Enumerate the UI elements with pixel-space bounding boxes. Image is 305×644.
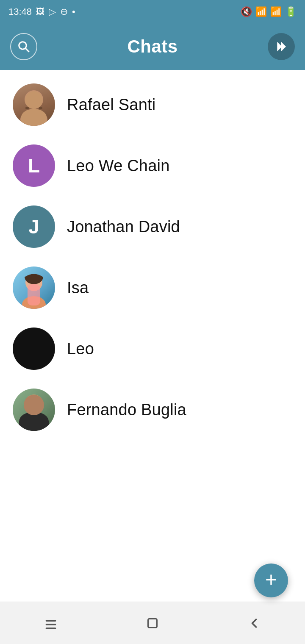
mute-icon: 🔇 [241, 6, 252, 17]
status-bar: 13:48 🖼 ▷ ⊖ • 🔇 📶 📶 🔋 [0, 0, 305, 23]
status-play-icon: ▷ [49, 6, 56, 17]
forward-button[interactable] [268, 33, 295, 60]
status-time: 13:48 [8, 6, 32, 17]
back-icon [247, 616, 262, 631]
avatar-leo-we-chain: L [13, 144, 55, 187]
chat-list: Rafael SantiLLeo We ChainJJonathan David… [0, 70, 305, 602]
svg-rect-15 [148, 619, 157, 627]
plus-icon: + [265, 569, 277, 590]
svg-point-11 [20, 417, 47, 431]
nav-bar [0, 602, 305, 644]
svg-rect-6 [25, 107, 29, 109]
wifi-icon: 📶 [255, 6, 267, 17]
avatar-rafael-santi [13, 83, 55, 126]
svg-point-0 [19, 42, 27, 50]
search-icon [17, 40, 30, 53]
chat-name-fernando-buglia: Fernando Buglia [67, 401, 186, 419]
page-title: Chats [127, 36, 177, 57]
status-image-icon: 🖼 [36, 7, 44, 17]
back-button[interactable] [234, 611, 274, 635]
status-right: 🔇 📶 📶 🔋 [241, 6, 297, 17]
search-button[interactable] [10, 33, 37, 60]
svg-line-1 [25, 48, 29, 52]
status-circle-icon: ⊖ [60, 6, 68, 17]
signal-icon: 📶 [270, 6, 282, 17]
fast-forward-icon [274, 40, 288, 53]
avatar-svg-isa [13, 266, 55, 309]
new-chat-button[interactable]: + [254, 564, 288, 597]
chat-name-rafael-santi: Rafael Santi [67, 96, 155, 114]
svg-marker-3 [281, 42, 286, 51]
avatar-svg-fernando [13, 389, 55, 431]
chat-item-isa[interactable]: Isa [0, 257, 305, 318]
recent-apps-icon [43, 616, 58, 631]
chat-item-jonathan-david[interactable]: JJonathan David [0, 196, 305, 257]
chat-name-jonathan-david: Jonathan David [67, 218, 180, 236]
avatar-fernando-buglia [13, 389, 55, 431]
svg-point-5 [20, 110, 47, 126]
svg-point-10 [25, 394, 43, 413]
avatar-isa [13, 266, 55, 309]
battery-icon: 🔋 [285, 6, 297, 17]
home-button[interactable] [132, 611, 173, 635]
chat-name-leo-we-chain: Leo We Chain [67, 157, 170, 175]
chat-item-fernando-buglia[interactable]: Fernando Buglia [0, 379, 305, 440]
avatar-leo [13, 328, 55, 370]
avatar-jonathan-david: J [13, 205, 55, 248]
status-dot-icon: • [72, 6, 75, 17]
recent-apps-button[interactable] [30, 611, 71, 635]
svg-rect-7 [39, 107, 42, 109]
chat-item-leo-we-chain[interactable]: LLeo We Chain [0, 135, 305, 196]
svg-point-9 [22, 296, 46, 309]
home-icon [145, 616, 160, 631]
chat-name-isa: Isa [67, 279, 89, 297]
chat-item-rafael-santi[interactable]: Rafael Santi [0, 74, 305, 135]
chat-item-leo[interactable]: Leo [0, 318, 305, 379]
chat-name-leo: Leo [67, 340, 94, 358]
status-left: 13:48 🖼 ▷ ⊖ • [8, 6, 75, 17]
header: Chats [0, 23, 305, 70]
avatar-svg-rafael [13, 83, 55, 126]
svg-point-4 [25, 90, 43, 109]
